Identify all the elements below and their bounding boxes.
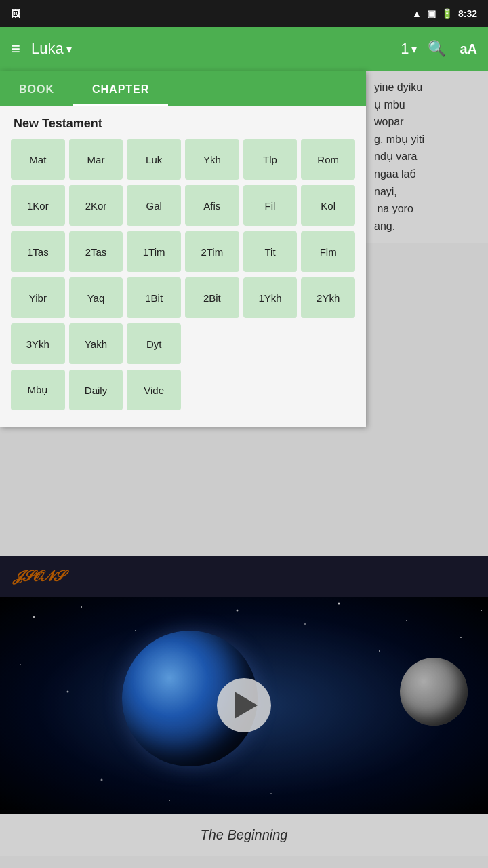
image-icon: 🖼 (11, 8, 20, 19)
book-name: Luka (31, 40, 64, 58)
book-mbu[interactable]: Mbụ (11, 370, 65, 410)
tabs-bar: BOOK CHAPTER (0, 71, 366, 106)
empty-cell-5 (243, 370, 298, 410)
book-2bit[interactable]: 2Bit (185, 277, 239, 318)
book-row-3: 1Tas 2Tas 1Tim 2Tim Tit Flm (11, 231, 355, 272)
svg-point-15 (169, 800, 170, 801)
empty-cell-3 (301, 323, 355, 364)
book-2ykh[interactable]: 2Ykh (301, 277, 355, 318)
book-selector[interactable]: Luka ▾ (31, 40, 390, 58)
status-right: ▲ ▣ 🔋 8:32 (412, 8, 477, 19)
book-fil[interactable]: Fil (243, 185, 298, 226)
empty-cell-6 (301, 370, 355, 410)
book-dropdown-arrow: ▾ (66, 43, 72, 56)
book-yaq[interactable]: Yaq (69, 277, 123, 318)
video-caption: The Beginning (0, 814, 488, 856)
bible-text-area: yine dyiku ụ mbu wopar g, mbụ yiti ndụ v… (366, 71, 488, 243)
book-yakh[interactable]: Yakh (69, 323, 123, 364)
book-1bit[interactable]: 1Bit (127, 277, 181, 318)
book-tlp[interactable]: Tlp (243, 139, 298, 180)
book-kol[interactable]: Kol (301, 185, 355, 226)
book-daily[interactable]: Daily (69, 370, 123, 410)
chapter-dropdown-arrow: ▾ (411, 43, 417, 56)
book-vide[interactable]: Vide (127, 370, 181, 410)
chapter-selector[interactable]: 1 ▾ (401, 40, 417, 58)
book-tit[interactable]: Tit (243, 231, 298, 272)
book-ykh[interactable]: Ykh (185, 139, 239, 180)
svg-point-7 (460, 637, 462, 638)
app-bar-actions: 🔍 aA (428, 40, 477, 58)
book-grid-content: New Testament Mat Mar Luk Ykh Tlp Rom 1K… (0, 106, 366, 427)
empty-cell-1 (185, 323, 239, 364)
svg-point-2 (135, 630, 136, 631)
book-2kor[interactable]: 2Kor (69, 185, 123, 226)
book-dyt[interactable]: Dyt (127, 323, 181, 364)
font-size-icon[interactable]: aA (460, 41, 477, 57)
clock: 8:32 (458, 8, 477, 19)
video-section: 𝒥𝒮𝒪𝒩𝒮 (0, 556, 488, 856)
svg-point-1 (81, 606, 82, 608)
book-2tas[interactable]: 2Tas (69, 231, 123, 272)
book-mat[interactable]: Mat (11, 139, 65, 180)
book-afis[interactable]: Afis (185, 185, 239, 226)
testament-title: New Testament (11, 117, 355, 131)
empty-cell-4 (185, 370, 239, 410)
play-button[interactable] (217, 678, 271, 732)
book-yibr[interactable]: Yibr (11, 277, 65, 318)
app-bar: ≡ Luka ▾ 1 ▾ 🔍 aA (0, 27, 488, 71)
book-row-1: Mat Mar Luk Ykh Tlp Rom (11, 139, 355, 180)
svg-point-12 (481, 610, 482, 611)
wifi-icon: ▲ (412, 8, 422, 19)
book-1tim[interactable]: 1Tim (127, 231, 181, 272)
book-3ykh[interactable]: 3Ykh (11, 323, 65, 364)
svg-point-10 (379, 650, 380, 652)
chapter-num: 1 (401, 40, 409, 58)
battery-icon: 🔋 (441, 8, 453, 19)
svg-point-3 (237, 610, 239, 612)
svg-point-5 (338, 603, 340, 605)
sim-icon: ▣ (427, 8, 436, 19)
book-2tim[interactable]: 2Tim (185, 231, 239, 272)
bible-text: yine dyiku ụ mbu wopar g, mbụ yiti ndụ v… (374, 79, 480, 235)
video-player[interactable] (0, 597, 488, 814)
book-mar[interactable]: Mar (69, 139, 123, 180)
book-row-5: 3Ykh Yakh Dyt (11, 323, 355, 364)
book-1ykh[interactable]: 1Ykh (243, 277, 298, 318)
play-icon (235, 692, 258, 719)
svg-point-6 (406, 620, 407, 621)
status-left: 🖼 (11, 8, 20, 19)
logo-bar: 𝒥𝒮𝒪𝒩𝒮 (0, 556, 488, 597)
book-luk[interactable]: Luk (127, 139, 181, 180)
book-rom[interactable]: Rom (301, 139, 355, 180)
book-1tas[interactable]: 1Tas (11, 231, 65, 272)
svg-point-4 (304, 623, 306, 625)
menu-icon[interactable]: ≡ (11, 39, 20, 58)
book-flm[interactable]: Flm (301, 231, 355, 272)
svg-point-9 (67, 691, 69, 693)
search-icon[interactable]: 🔍 (428, 40, 446, 58)
tab-chapter[interactable]: CHAPTER (73, 75, 168, 106)
empty-cell-2 (243, 323, 298, 364)
status-bar: 🖼 ▲ ▣ 🔋 8:32 (0, 0, 488, 27)
dropdown-panel: BOOK CHAPTER New Testament Mat Mar Luk Y… (0, 71, 366, 427)
logo-text: 𝒥𝒮𝒪𝒩𝒮 (14, 568, 63, 585)
book-1kor[interactable]: 1Kor (11, 185, 65, 226)
tab-book[interactable]: BOOK (0, 75, 73, 106)
book-row-2: 1Kor 2Kor Gal Afis Fil Kol (11, 185, 355, 226)
svg-point-0 (33, 616, 35, 618)
svg-point-14 (101, 779, 103, 781)
planet-moon (400, 658, 468, 726)
book-row-6: Mbụ Daily Vide (11, 370, 355, 410)
book-row-4: Yibr Yaq 1Bit 2Bit 1Ykh 2Ykh (11, 277, 355, 318)
svg-point-13 (270, 793, 272, 794)
book-gal[interactable]: Gal (127, 185, 181, 226)
svg-point-8 (20, 664, 21, 665)
